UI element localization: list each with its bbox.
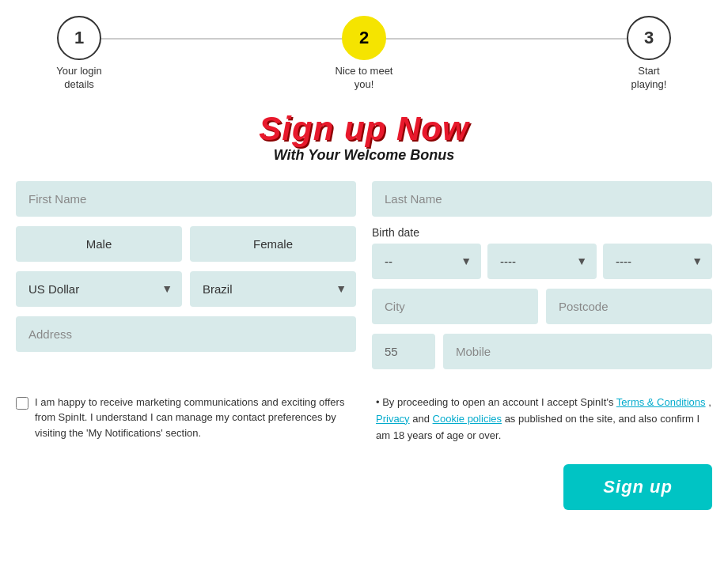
cookie-link[interactable]: Cookie policies <box>433 413 502 425</box>
birth-month-wrapper: ---- JanuaryFebruary ▼ <box>487 244 597 279</box>
privacy-link[interactable]: Privacy <box>376 413 410 425</box>
step-3-label: Startplaying! <box>631 65 667 92</box>
step-3: 3 Startplaying! <box>601 16 696 92</box>
city-input[interactable] <box>372 289 538 324</box>
title-section: Sign up Now With Your Welcome Bonus <box>16 111 712 164</box>
mobile-input[interactable] <box>443 334 712 369</box>
currency-select[interactable]: US Dollar Euro GBP <box>16 271 182 307</box>
step-2-label: Nice to meetyou! <box>336 65 393 92</box>
birth-date-row: -- 010203 ▼ ---- JanuaryFebruary ▼ <box>372 244 712 279</box>
form-area: Male Female US Dollar Euro GBP ▼ Brazil … <box>16 181 712 379</box>
marketing-col: I am happy to receive marketing communic… <box>16 395 352 444</box>
first-name-input[interactable] <box>16 181 356 217</box>
country-wrapper: Brazil USA UK ▼ <box>190 271 356 307</box>
signup-button[interactable]: Sign up <box>563 464 712 510</box>
terms-comma: , <box>708 396 711 408</box>
birth-year-select[interactable]: ---- 20001999 <box>603 244 712 279</box>
city-postcode-row <box>372 289 712 324</box>
form-left-col: Male Female US Dollar Euro GBP ▼ Brazil … <box>16 181 356 379</box>
currency-country-row: US Dollar Euro GBP ▼ Brazil USA UK ▼ <box>16 271 356 307</box>
terms-prefix: • By proceeding to open an account I acc… <box>376 396 616 408</box>
marketing-text: I am happy to receive marketing communic… <box>35 395 352 441</box>
birth-year-wrapper: ---- 20001999 ▼ <box>603 244 712 279</box>
female-button[interactable]: Female <box>190 226 356 262</box>
marketing-checkbox[interactable] <box>16 397 28 410</box>
terms-col: • By proceeding to open an account I acc… <box>376 395 712 444</box>
phone-code-input[interactable] <box>372 334 435 369</box>
birth-date-section: Birth date -- 010203 ▼ ---- JanuaryFebru… <box>372 226 712 279</box>
step-3-circle: 3 <box>627 16 671 60</box>
country-select[interactable]: Brazil USA UK <box>190 271 356 307</box>
page-title: Sign up Now <box>16 111 712 147</box>
page-subtitle: With Your Welcome Bonus <box>16 147 712 164</box>
postcode-input[interactable] <box>546 289 712 324</box>
currency-wrapper: US Dollar Euro GBP ▼ <box>16 271 182 307</box>
step-1: 1 Your logindetails <box>32 16 127 92</box>
birth-day-wrapper: -- 010203 ▼ <box>372 244 481 279</box>
phone-row <box>372 334 712 369</box>
address-input[interactable] <box>16 316 356 352</box>
birth-date-label: Birth date <box>372 226 712 239</box>
form-right-col: Birth date -- 010203 ▼ ---- JanuaryFebru… <box>372 181 712 379</box>
step-1-label: Your logindetails <box>56 65 101 92</box>
step-1-circle: 1 <box>57 16 101 60</box>
step-2-circle: 2 <box>342 16 386 60</box>
last-name-input[interactable] <box>372 181 712 217</box>
step-2: 2 Nice to meetyou! <box>317 16 411 92</box>
stepper: 1 Your logindetails 2 Nice to meetyou! 3… <box>16 16 712 92</box>
terms-link[interactable]: Terms & Conditions <box>616 396 706 408</box>
terms-and: and <box>412 413 432 425</box>
signup-row: Sign up <box>16 464 712 510</box>
gender-row: Male Female <box>16 226 356 262</box>
bottom-section: I am happy to receive marketing communic… <box>16 387 712 452</box>
signup-container: 1 Your logindetails 2 Nice to meetyou! 3… <box>16 16 712 510</box>
birth-month-select[interactable]: ---- JanuaryFebruary <box>487 244 597 279</box>
male-button[interactable]: Male <box>16 226 182 262</box>
birth-day-select[interactable]: -- 010203 <box>372 244 481 279</box>
